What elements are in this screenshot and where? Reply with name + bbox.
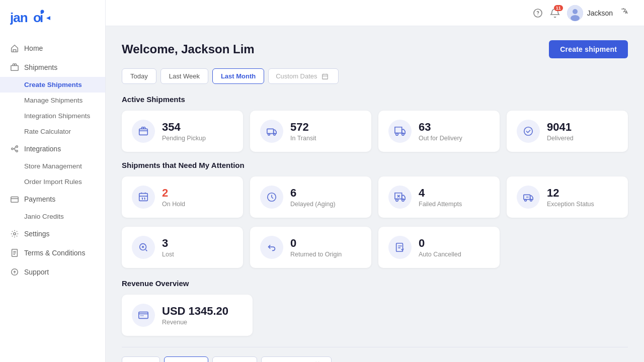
svg-point-22 — [402, 133, 405, 136]
sidebar-item-integration-shipments-label: Integration Shipments — [24, 112, 90, 120]
delayed-label: Delayed (Aging) — [290, 201, 336, 208]
filter-custom-dates[interactable]: Custom Dates — [268, 68, 339, 84]
lost-number: 3 — [162, 237, 174, 250]
sidebar-item-create-shipments[interactable]: Create Shipments — [0, 77, 105, 93]
svg-text:jan: jan — [10, 10, 28, 25]
translate-icon[interactable] — [620, 7, 630, 19]
sidebar-item-create-shipments-label: Create Shipments — [24, 81, 82, 88]
on-hold-label: On Hold — [162, 201, 185, 208]
sidebar-item-janio-credits[interactable]: Janio Credits — [0, 209, 105, 224]
svg-point-26 — [396, 199, 398, 202]
sidebar-item-shipments-label: Shipments — [24, 63, 57, 71]
returned-icon-wrap — [260, 236, 283, 259]
sidebar-item-integrations[interactable]: Integrations — [0, 139, 105, 158]
user-info[interactable]: Jackson — [567, 5, 613, 21]
svg-rect-33 — [139, 312, 148, 319]
notification-badge: 11 — [554, 5, 563, 11]
sidebar-item-home[interactable]: Home — [0, 39, 105, 58]
date-filter-row: Today Last Week Last Month Custom Dates — [122, 68, 628, 84]
logo: jan o i — [0, 0, 105, 36]
auto-cancelled-icon-wrap — [388, 236, 412, 259]
sidebar-item-terms-label: Terms & Conditions — [24, 249, 85, 257]
delivered-icon-wrap — [517, 120, 540, 143]
stat-card-returned: 0 Returned to Origin — [250, 227, 371, 268]
failed-attempts-label: Failed Attempts — [419, 201, 462, 208]
support-icon — [10, 267, 19, 277]
sidebar-item-shipments[interactable]: Shipments — [0, 58, 105, 77]
sidebar-item-support[interactable]: Support — [0, 262, 105, 282]
svg-rect-17 — [139, 129, 148, 135]
svg-point-27 — [402, 199, 405, 202]
svg-point-3 — [41, 10, 44, 14]
stat-card-delayed: 6 Delayed (Aging) — [250, 176, 371, 218]
in-transit-number: 572 — [290, 121, 316, 134]
sidebar-item-order-import-rules[interactable]: Order Import Rules — [0, 174, 105, 190]
sidebar-item-settings-label: Settings — [24, 230, 50, 238]
filter-last-month[interactable]: Last Month — [212, 68, 264, 84]
delayed-icon-wrap — [260, 186, 283, 209]
terms-icon — [10, 248, 19, 257]
create-shipment-button[interactable]: Create shipment — [549, 40, 628, 58]
on-hold-number: 2 — [162, 187, 185, 200]
user-name: Jackson — [587, 9, 613, 17]
stat-card-pending-pickup: 354 Pending Pickup — [122, 111, 243, 152]
page-header: Welcome, Jackson Lim Create shipment — [122, 40, 628, 58]
sidebar-item-terms[interactable]: Terms & Conditions — [0, 243, 105, 262]
failed-attempts-icon-wrap — [388, 186, 412, 209]
help-icon-btn[interactable] — [533, 8, 543, 18]
in-transit-label: In Transit — [290, 135, 316, 142]
svg-point-6 — [16, 146, 18, 148]
in-transit-icon-wrap — [260, 120, 283, 143]
sidebar-item-payments[interactable]: Payments — [0, 190, 105, 209]
revenue-label: Revenue — [162, 319, 228, 326]
revenue-icon-wrap — [132, 304, 155, 327]
sidebar-item-store-management[interactable]: Store Management — [0, 158, 105, 174]
svg-point-5 — [12, 148, 14, 150]
sidebar-item-integrations-label: Integrations — [24, 145, 61, 153]
filter-today[interactable]: Today — [122, 68, 156, 84]
lost-label: Lost — [162, 251, 174, 258]
exception-icon-wrap — [517, 186, 540, 209]
delivered-number: 9041 — [547, 121, 574, 134]
content-area: Welcome, Jackson Lim Create shipment Tod… — [106, 26, 644, 362]
auto-cancelled-label: Auto Cancelled — [419, 251, 461, 258]
filter-last-week[interactable]: Last Week — [160, 68, 208, 84]
chart-filter-by-day[interactable]: By Day — [122, 356, 160, 362]
svg-rect-24 — [139, 194, 148, 201]
out-for-delivery-icon-wrap — [388, 120, 412, 143]
notification-icon-btn[interactable]: 11 — [550, 8, 560, 18]
svg-point-30 — [530, 200, 532, 202]
stat-card-failed-attempts: 4 Failed Attempts — [378, 176, 500, 218]
svg-point-19 — [268, 134, 270, 136]
sidebar-item-integration-shipments[interactable]: Integration Shipments — [0, 108, 105, 124]
delivered-label: Delivered — [547, 135, 574, 142]
logo-svg: jan o i — [10, 9, 55, 25]
chart-filter-by-month[interactable]: By Month — [212, 356, 257, 362]
chart-filter-by-week[interactable]: By Week — [164, 356, 208, 362]
stat-card-delivered: 9041 Delivered — [507, 111, 628, 152]
sidebar-item-settings[interactable]: Settings — [0, 224, 105, 243]
chart-filter-custom-dates[interactable]: Custom Dates — [261, 356, 332, 362]
revenue-section: Revenue Overview USD 1345.20 Revenue — [122, 279, 628, 336]
sidebar-item-manage-shipments[interactable]: Manage Shipments — [0, 93, 105, 108]
svg-point-20 — [274, 134, 276, 136]
revenue-title: Revenue Overview — [122, 279, 628, 288]
stat-card-on-hold: 2 On Hold — [122, 176, 243, 218]
out-for-delivery-number: 63 — [419, 121, 462, 134]
exception-number: 12 — [547, 187, 594, 200]
delayed-number: 6 — [290, 187, 336, 200]
svg-rect-18 — [267, 129, 274, 133]
stat-card-out-for-delivery: 63 Out for Delivery — [378, 111, 500, 152]
svg-point-23 — [524, 127, 533, 136]
user-avatar — [567, 5, 583, 21]
sidebar-item-janio-credits-label: Janio Credits — [24, 213, 64, 220]
header: 11 Jackson — [106, 0, 644, 26]
home-icon — [10, 44, 19, 53]
svg-point-14 — [573, 9, 578, 14]
svg-rect-32 — [396, 243, 403, 252]
main-area: 11 Jackson Welcome, Jackson Lim — [106, 0, 644, 362]
attention-row1: 2 On Hold 6 Delayed (Aging) 4 — [122, 176, 628, 218]
svg-rect-4 — [11, 65, 18, 70]
exception-label: Exception Status — [547, 201, 594, 208]
sidebar-item-rate-calculator[interactable]: Rate Calculator — [0, 124, 105, 139]
